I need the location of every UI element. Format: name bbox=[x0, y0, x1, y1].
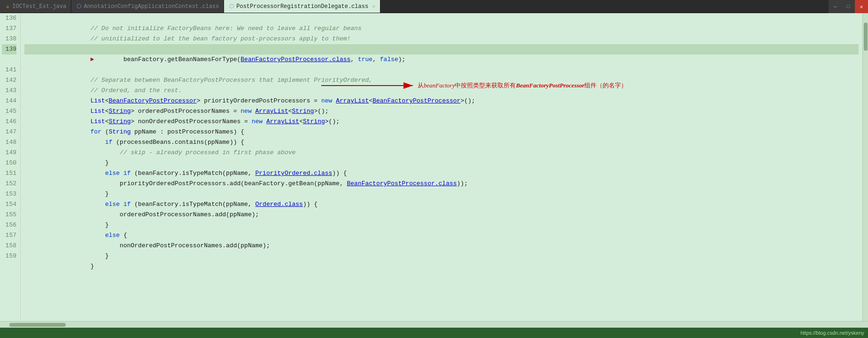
ln-159: 159 bbox=[2, 251, 16, 261]
scrollbar-thumb-v[interactable] bbox=[864, 23, 868, 51]
code-line-139: ► beanFactory.getBeanNamesForType(BeanFa… bbox=[24, 44, 859, 55]
code-area: 136 137 138 139 141 142 143 144 145 146 … bbox=[0, 13, 868, 321]
ln-137: 137 bbox=[2, 24, 16, 34]
code-line-144: List<String> orderedPostProcessorNames =… bbox=[24, 96, 859, 106]
code-line-137: // uninitialized to let the bean factory… bbox=[24, 24, 859, 34]
ln-154: 154 bbox=[2, 199, 16, 210]
ln-153: 153 bbox=[2, 189, 16, 199]
tab-postprocessor[interactable]: ⬡ PostProcessorRegistrationDelegate.clas… bbox=[224, 0, 380, 13]
code-line-141: // Separate between BeanFactoryPostProce… bbox=[24, 65, 859, 75]
code-line-150: else if (beanFactory.isTypeMatch(ppName,… bbox=[24, 158, 859, 168]
tab-bar: ☕ IOCTest_Ext.java ⬡ AnnotationConfigApp… bbox=[0, 0, 868, 13]
code-line-140 bbox=[24, 55, 859, 65]
java-icon: ☕ bbox=[5, 4, 10, 9]
class-icon-2: ⬡ bbox=[229, 4, 234, 9]
code-line-148: // skip - already processed in first pha… bbox=[24, 137, 859, 148]
scrollbar-thumb-h[interactable] bbox=[9, 323, 66, 327]
ln-140 bbox=[2, 55, 16, 65]
ln-157: 157 bbox=[2, 230, 16, 241]
code-line-154: orderedPostProcessorNames.add(ppName); bbox=[24, 199, 859, 210]
ln-144: 144 bbox=[2, 96, 16, 106]
code-line-155: } bbox=[24, 210, 859, 220]
code-content: // Do not initialize FactoryBeans here: … bbox=[21, 13, 862, 321]
minimize-button[interactable]: — bbox=[829, 0, 842, 13]
ln-141: 141 bbox=[2, 65, 16, 75]
code-line-157: nonOrderedPostProcessorNames.add(ppName)… bbox=[24, 230, 859, 241]
close-button[interactable]: ✕ bbox=[855, 0, 868, 13]
tab-close-icon[interactable]: ✕ bbox=[372, 3, 375, 9]
code-line-159: } bbox=[24, 251, 859, 261]
ln-148: 148 bbox=[2, 137, 16, 148]
maximize-button[interactable]: □ bbox=[842, 0, 855, 13]
ln-150: 150 bbox=[2, 158, 16, 168]
bottom-bar-url: https://blog.csdn.net/yskeny bbox=[800, 330, 864, 336]
ln-151: 151 bbox=[2, 168, 16, 179]
vertical-scrollbar[interactable] bbox=[862, 13, 868, 321]
ln-155: 155 bbox=[2, 210, 16, 220]
ln-146: 146 bbox=[2, 117, 16, 127]
tab-label-2: AnnotationConfigApplicationContext.class bbox=[84, 3, 219, 10]
ln-136: 136 bbox=[2, 13, 16, 24]
code-line-138: String[] postProcessorNames = bbox=[24, 34, 859, 44]
code-line-146: for (String ppName : postProcessorNames)… bbox=[24, 117, 859, 127]
tab-annotationconfig[interactable]: ⬡ AnnotationConfigApplicationContext.cla… bbox=[71, 0, 224, 13]
code-line-143: List<BeanFactoryPostProcessor> priorityO… bbox=[24, 86, 859, 96]
code-line-147: if (processedBeans.contains(ppName)) { bbox=[24, 127, 859, 137]
ln-143: 143 bbox=[2, 86, 16, 96]
window-controls: — □ ✕ bbox=[829, 0, 868, 13]
line-numbers: 136 137 138 139 141 142 143 144 145 146 … bbox=[0, 13, 21, 321]
tab-label-3: PostProcessorRegistrationDelegate.class bbox=[236, 3, 368, 10]
code-line-156: else { bbox=[24, 220, 859, 230]
bottom-bar: https://blog.csdn.net/yskeny bbox=[0, 328, 868, 338]
ln-142: 142 bbox=[2, 75, 16, 86]
editor-container: ☕ IOCTest_Ext.java ⬡ AnnotationConfigApp… bbox=[0, 0, 868, 338]
ln-156: 156 bbox=[2, 220, 16, 230]
code-line-152: } bbox=[24, 179, 859, 189]
code-line-149: } bbox=[24, 148, 859, 158]
tab-label: IOCTest_Ext.java bbox=[12, 3, 66, 10]
code-lines: // Do not initialize FactoryBeans here: … bbox=[21, 13, 862, 261]
ln-147: 147 bbox=[2, 127, 16, 137]
ln-138: 138 bbox=[2, 34, 16, 44]
class-icon-1: ⬡ bbox=[76, 4, 82, 9]
code-line-136: // Do not initialize FactoryBeans here: … bbox=[24, 13, 859, 24]
code-line-151: priorityOrderedPostProcessors.add(beanFa… bbox=[24, 168, 859, 179]
ln-139: 139 bbox=[2, 44, 16, 55]
tab-ioctest[interactable]: ☕ IOCTest_Ext.java bbox=[0, 0, 71, 13]
code-line-158: } bbox=[24, 241, 859, 251]
ln-145: 145 bbox=[2, 106, 16, 117]
code-line-145: List<String> nonOrderedPostProcessorName… bbox=[24, 106, 859, 117]
horizontal-scrollbar-container[interactable] bbox=[0, 321, 868, 328]
ln-152: 152 bbox=[2, 179, 16, 189]
ln-149: 149 bbox=[2, 148, 16, 158]
ln-158: 158 bbox=[2, 241, 16, 251]
code-line-142: // Ordered, and the rest. bbox=[24, 75, 859, 86]
code-line-153: else if (beanFactory.isTypeMatch(ppName,… bbox=[24, 189, 859, 199]
